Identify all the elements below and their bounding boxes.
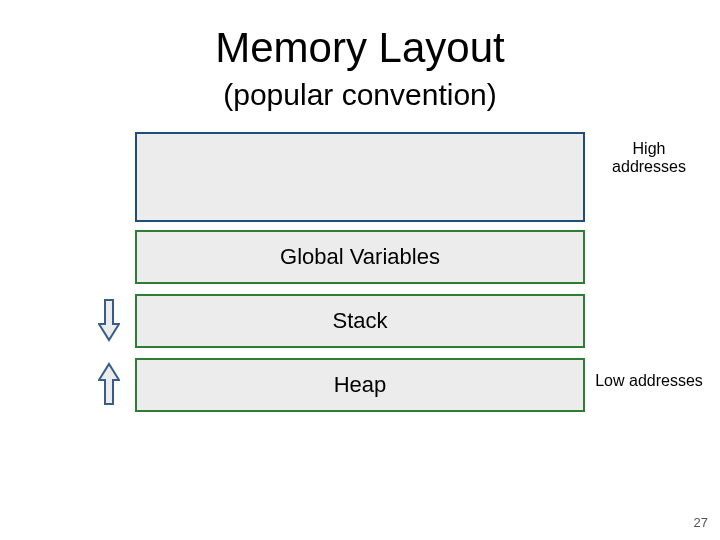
slide: Memory Layout (popular convention) Globa…: [0, 0, 720, 540]
memory-box-heap: Heap: [135, 358, 585, 412]
arrow-down-icon: [98, 298, 120, 342]
memory-box-stack: Stack: [135, 294, 585, 348]
slide-title: Memory Layout: [0, 24, 720, 72]
page-number: 27: [694, 515, 708, 530]
label-low-addresses: Low addresses: [594, 372, 704, 390]
label-high-addresses: High addresses: [594, 140, 704, 175]
slide-subtitle: (popular convention): [0, 78, 720, 112]
memory-box-globals: Global Variables: [135, 230, 585, 284]
arrow-up-icon: [98, 362, 120, 406]
memory-box-top: [135, 132, 585, 222]
